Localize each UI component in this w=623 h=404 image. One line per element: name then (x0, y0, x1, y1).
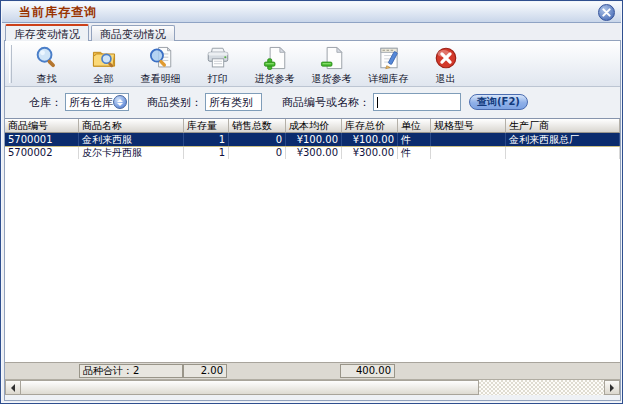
keyword-input[interactable] (373, 93, 461, 111)
view-detail-button[interactable]: 查看明细 (132, 42, 189, 86)
column-header[interactable]: 销售总数 (229, 119, 286, 133)
column-header[interactable]: 规格型号 (431, 119, 506, 133)
folder-search-icon (90, 44, 118, 72)
magnifier-icon (33, 44, 61, 72)
summary-variety-total: 品种合计：2 (79, 364, 183, 378)
scroll-left-button[interactable] (5, 380, 21, 395)
cell-spec (431, 146, 506, 159)
document-minus-icon (318, 44, 346, 72)
summary-value-total: 400.00 (340, 364, 395, 378)
column-header[interactable]: 商品编号 (5, 119, 79, 133)
find-label: 查找 (37, 72, 57, 86)
detailed-stock-label: 详细库存 (369, 72, 409, 86)
detailed-stock-button[interactable]: 详细库存 (360, 42, 417, 86)
printer-icon (204, 44, 232, 72)
purchase-reference-label: 进货参考 (255, 72, 295, 86)
cell-spec (431, 133, 506, 146)
toolbar-gripper (9, 45, 12, 83)
cell-stock-value: ¥300.00 (342, 146, 398, 159)
titlebar: 当前库存查询 (2, 2, 621, 23)
column-header[interactable]: 库存总价 (342, 119, 398, 133)
grid-header: 商品编号 商品名称 库存量 销售总数 成本均价 库存总价 单位 规格型号 生产厂… (5, 119, 620, 133)
close-icon (602, 8, 611, 17)
summary-qty-total: 2.00 (183, 364, 227, 378)
toolbar: 查找 全部 (5, 41, 620, 87)
left-arrow-icon (11, 384, 15, 392)
summary-spacer (5, 371, 79, 372)
filter-bar: 仓库： 所有仓库 商品类别： 所有类别 商品编号或名称： 查询(F2) (5, 89, 620, 115)
column-header[interactable]: 单位 (398, 119, 431, 133)
tab-panel: 查找 全部 (4, 40, 621, 401)
document-plus-icon (261, 44, 289, 72)
warehouse-label: 仓库： (29, 95, 62, 110)
summary-spacer (227, 371, 340, 372)
exit-label: 退出 (436, 72, 456, 86)
cell-stock-value: ¥100.00 (342, 133, 398, 146)
inventory-grid: 商品编号 商品名称 库存量 销售总数 成本均价 库存总价 单位 规格型号 生产厂… (5, 118, 620, 395)
cell-manufacturer: 金利来西服总厂 (506, 133, 620, 146)
keyword-label: 商品编号或名称： (282, 95, 370, 110)
return-reference-button[interactable]: 退货参考 (303, 42, 360, 86)
cell-stock-qty: 1 (184, 133, 229, 146)
summary-row: 品种合计：2 2.00 400.00 (5, 362, 620, 379)
right-arrow-icon (610, 384, 614, 392)
cell-sales-total: 0 (229, 133, 286, 146)
scrollbar-track[interactable] (479, 380, 604, 395)
purchase-reference-button[interactable]: 进货参考 (246, 42, 303, 86)
close-button[interactable] (598, 4, 615, 21)
spinner-arrows-icon[interactable] (113, 95, 127, 109)
table-row[interactable]: 5700002 皮尔卡丹西服 1 0 ¥300.00 ¥300.00 件 (5, 146, 620, 159)
exit-button[interactable]: 退出 (417, 42, 474, 86)
column-header[interactable]: 生产厂商 (506, 119, 620, 133)
find-button[interactable]: 查找 (18, 42, 75, 86)
query-button[interactable]: 查询(F2) (469, 94, 528, 110)
table-row[interactable]: 5700001 金利来西服 1 0 ¥100.00 ¥100.00 件 金利来西… (5, 133, 620, 146)
all-button[interactable]: 全部 (75, 42, 132, 86)
category-value: 所有类别 (209, 95, 253, 110)
cell-sales-total: 0 (229, 146, 286, 159)
return-reference-label: 退货参考 (312, 72, 352, 86)
cell-product-code: 5700001 (5, 133, 79, 146)
cell-unit: 件 (398, 133, 431, 146)
scrollbar-thumb[interactable] (21, 380, 479, 395)
print-label: 打印 (208, 72, 228, 86)
magnifier-document-icon (147, 44, 175, 72)
column-header[interactable]: 库存量 (184, 119, 229, 133)
view-detail-label: 查看明细 (141, 72, 181, 86)
cell-product-name: 金利来西服 (79, 133, 184, 146)
horizontal-scrollbar[interactable] (5, 379, 620, 395)
cell-product-name: 皮尔卡丹西服 (79, 146, 184, 159)
inventory-query-window: 当前库存查询 库存变动情况 商品变动情况 查找 (0, 0, 623, 404)
notepad-pencil-icon (375, 44, 403, 72)
column-header[interactable]: 商品名称 (79, 119, 184, 133)
window-title: 当前库存查询 (19, 4, 97, 21)
tab-product-change[interactable]: 商品变动情况 (91, 25, 175, 41)
cell-avg-cost: ¥300.00 (286, 146, 342, 159)
text-caret (377, 97, 378, 108)
column-header[interactable]: 成本均价 (286, 119, 342, 133)
cell-manufacturer (506, 146, 620, 159)
scroll-right-button[interactable] (604, 380, 620, 395)
warehouse-value: 所有仓库 (69, 95, 113, 110)
category-label: 商品类别： (147, 95, 202, 110)
red-x-circle-icon (432, 44, 460, 72)
cell-unit: 件 (398, 146, 431, 159)
warehouse-select[interactable]: 所有仓库 (65, 93, 129, 111)
tab-bar: 库存变动情况 商品变动情况 (5, 25, 177, 41)
category-input[interactable]: 所有类别 (205, 93, 262, 111)
tab-inventory-change[interactable]: 库存变动情况 (5, 24, 89, 41)
print-button[interactable]: 打印 (189, 42, 246, 86)
cell-stock-qty: 1 (184, 146, 229, 159)
cell-product-code: 5700002 (5, 146, 79, 159)
cell-avg-cost: ¥100.00 (286, 133, 342, 146)
grid-body[interactable]: 5700001 金利来西服 1 0 ¥100.00 ¥100.00 件 金利来西… (5, 133, 620, 362)
all-label: 全部 (94, 72, 114, 86)
